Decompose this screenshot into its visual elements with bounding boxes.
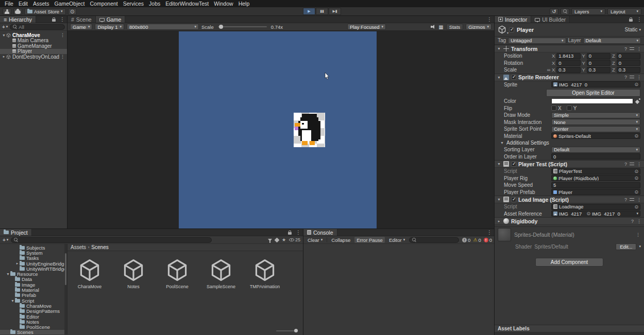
editor-dropdown[interactable]: Editor ▾: [387, 237, 407, 243]
folder-item-script[interactable]: ▼Script: [0, 298, 67, 303]
tab-hierarchy[interactable]: ≡ Hierarchy: [0, 16, 36, 23]
folder-item-designpatterns[interactable]: DesignPatterns: [0, 309, 67, 314]
draw-mode-dropdown[interactable]: Simple▾: [551, 112, 640, 118]
fold-arrow-icon[interactable]: ▸: [15, 261, 20, 266]
tree-scrollbar[interactable]: [64, 244, 67, 334]
player-test-header[interactable]: ▼ Player Test (Script) ? ⋮: [495, 160, 644, 168]
menu-item-gameobject[interactable]: GameObject: [52, 0, 88, 7]
static-dropdown[interactable]: Static ▾: [624, 27, 641, 32]
console-search-input[interactable]: [409, 237, 459, 243]
menu-item-assets[interactable]: Assets: [30, 0, 52, 7]
fold-open-icon[interactable]: ▼: [497, 162, 501, 166]
gizmos-dropdown[interactable]: Gizmos▾: [466, 24, 492, 30]
project-search-input[interactable]: [11, 237, 212, 243]
help-icon[interactable]: ?: [631, 219, 634, 224]
tab-ui-builder[interactable]: UI Builder: [531, 16, 570, 23]
open-sprite-editor-button[interactable]: Open Sprite Editor: [546, 89, 640, 97]
color-swatch[interactable]: [551, 98, 633, 104]
scale-slider[interactable]: [218, 26, 267, 27]
mute-audio-icon[interactable]: [431, 24, 436, 29]
lock-button[interactable]: [286, 229, 294, 236]
asset-item-tmpanimation[interactable]: TMPAnimation: [249, 258, 281, 289]
display-dropdown[interactable]: Display 1▾: [95, 24, 124, 30]
game-viewport[interactable]: [179, 31, 377, 228]
fold-arrow-icon[interactable]: ▼: [10, 299, 15, 303]
stats-button[interactable]: Stats: [446, 24, 464, 30]
folder-item-material[interactable]: Material: [0, 287, 67, 292]
object-picker-icon[interactable]: ⊙: [634, 82, 638, 87]
kebab-icon[interactable]: ⋮: [636, 219, 642, 224]
position-z-field[interactable]: 0: [617, 53, 640, 59]
folder-item-resource[interactable]: ▼Resource: [0, 271, 67, 276]
folder-item-image[interactable]: Image: [0, 282, 67, 287]
hierarchy-item-gamemanager[interactable]: GameManager: [0, 43, 67, 49]
sorting-layer-dropdown[interactable]: Default▾: [551, 147, 640, 153]
collapse-toggle[interactable]: Collapse: [329, 237, 352, 243]
fold-closed-icon[interactable]: ▸: [497, 219, 501, 223]
preset-icon[interactable]: [630, 76, 634, 80]
fold-arrow-icon[interactable]: ▼: [6, 272, 10, 276]
hierarchy-item-main-camera[interactable]: Main Camera: [0, 38, 67, 44]
undo-history-button[interactable]: ↺: [550, 8, 558, 15]
kebab-icon[interactable]: ⋮: [636, 162, 642, 167]
menu-item-help[interactable]: Help: [236, 0, 252, 7]
play-button[interactable]: ▶: [303, 8, 315, 15]
play-focused-dropdown[interactable]: Play Focused▾: [347, 24, 386, 30]
preset-icon[interactable]: [630, 163, 634, 167]
menu-item-editorwindowtest[interactable]: EditorWindowTest: [163, 0, 211, 7]
move-speed-field[interactable]: 5: [551, 182, 640, 188]
menu-item-file[interactable]: File: [2, 0, 16, 7]
layers-dropdown[interactable]: Layers ▾: [571, 8, 605, 15]
component-enabled-checkbox[interactable]: [511, 75, 516, 80]
folder-item-data[interactable]: Data: [0, 277, 67, 282]
object-picker-icon[interactable]: ⊙: [586, 211, 590, 216]
folder-item-tasks[interactable]: Tasks: [0, 256, 67, 261]
help-icon[interactable]: ?: [624, 197, 628, 202]
flip-x-checkbox[interactable]: [551, 105, 556, 111]
load-image-header[interactable]: ▼ Load Image (Script) ? ⋮: [495, 196, 644, 203]
vsync-grid-icon[interactable]: ▦: [438, 24, 443, 30]
hidden-packages-toggle[interactable]: 25: [289, 237, 300, 242]
menu-item-component[interactable]: Component: [87, 0, 120, 7]
folder-item-system[interactable]: System: [0, 250, 67, 255]
console-log-area[interactable]: [303, 244, 494, 334]
tab-console[interactable]: Console: [303, 229, 337, 236]
tab-inspector[interactable]: Inspector: [495, 16, 531, 23]
position-y-field[interactable]: 0: [587, 53, 611, 59]
save-search-star-icon[interactable]: ★: [282, 237, 286, 242]
project-create-button[interactable]: + ▾: [3, 237, 8, 243]
hierarchy-item-dontdestroyonload[interactable]: ▸DontDestroyOnLoad⋮: [0, 54, 67, 60]
help-icon[interactable]: ?: [624, 46, 628, 51]
hierarchy-search-input[interactable]: All: [10, 24, 65, 30]
player-rig-object-field[interactable]: Player (Rigidbody) ⊙: [551, 175, 640, 181]
add-component-button[interactable]: Add Component: [535, 258, 603, 267]
tab-scene[interactable]: # Scene: [67, 16, 96, 23]
kebab-icon[interactable]: ⋮: [636, 75, 642, 80]
folder-item-unitywinrtbridge[interactable]: UnityWinRTBridge: [0, 266, 67, 271]
error-pause-toggle[interactable]: Error Pause: [354, 237, 385, 243]
tab-project[interactable]: Project: [0, 229, 32, 236]
sprite-sort-point-dropdown[interactable]: Center▾: [551, 126, 640, 132]
fold-open-icon[interactable]: ▼: [497, 47, 501, 50]
menu-item-services[interactable]: Services: [121, 0, 146, 7]
scale-x-field[interactable]: 0.3: [556, 67, 580, 73]
scale-z-field[interactable]: 0.3: [617, 67, 640, 73]
lock-button[interactable]: [627, 16, 635, 23]
transform-header[interactable]: ▼ Transform ? ⋮: [495, 45, 644, 52]
rigidbody-header[interactable]: ▸ Rigidbody ? ⋮: [495, 217, 644, 225]
clear-button[interactable]: Clear ▾: [306, 237, 325, 243]
folder-item-unityenginebridge[interactable]: ▸UnityEngineBridge: [0, 261, 67, 266]
asset-reference-field[interactable]: IMG_4217 ⊙ IMG_4217_0 ▾: [551, 210, 640, 217]
cloud-button[interactable]: [13, 8, 22, 15]
material-object-field[interactable]: Sprites-Default ⊙: [551, 133, 640, 139]
object-picker-icon[interactable]: ⊙: [634, 189, 638, 195]
object-name[interactable]: Player: [517, 27, 622, 33]
pause-button[interactable]: ▮▮: [316, 8, 328, 15]
kebab-icon[interactable]: ⋮: [636, 197, 642, 202]
account-button[interactable]: [3, 8, 11, 15]
script-object-field[interactable]: LoadImage ⊙: [551, 204, 640, 210]
kebab-icon[interactable]: ⋮: [59, 32, 66, 38]
script-object-field[interactable]: PlayerTest ⊙: [551, 168, 640, 174]
rotation-z-field[interactable]: 0: [617, 60, 640, 66]
fold-open-icon[interactable]: ▼: [497, 198, 501, 201]
